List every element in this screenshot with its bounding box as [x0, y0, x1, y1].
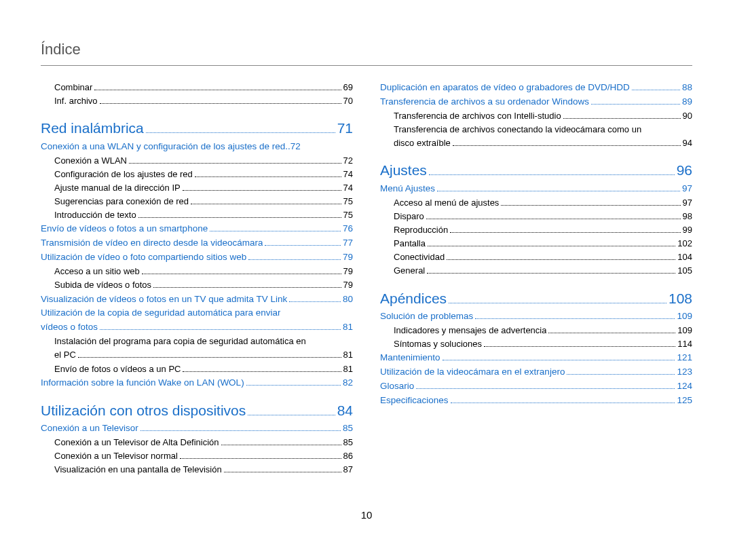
- toc-page: 82: [343, 376, 353, 390]
- toc-label: Solución de problemas: [380, 310, 473, 324]
- toc-label: Utilización de vídeo o foto compartiendo…: [41, 250, 246, 265]
- toc-page: 96: [677, 160, 692, 182]
- toc-page: 108: [669, 288, 692, 310]
- toc-entry[interactable]: Glosario124: [380, 379, 692, 394]
- toc-leader-dots: [142, 267, 341, 275]
- toc-page: 79: [343, 278, 353, 292]
- toc-leader-dots: [210, 223, 341, 231]
- toc-entry[interactable]: Ajustes96: [380, 160, 692, 182]
- toc-page: 85: [343, 422, 353, 436]
- toc-entry[interactable]: Apéndices108: [380, 288, 692, 310]
- toc-label: Inf. archivo: [54, 94, 98, 108]
- toc-entry[interactable]: Conexión a un Televisor85: [41, 422, 353, 436]
- toc-leader-dots: [632, 82, 680, 90]
- toc-entry[interactable]: Utilización de la copia de seguridad aut…: [41, 306, 353, 320]
- toc-entry[interactable]: Utilización con otros dispositivos84: [41, 400, 353, 422]
- page-number: 10: [41, 509, 692, 521]
- toc-label: Conexión a WLAN: [54, 154, 127, 168]
- toc-page: 98: [683, 210, 692, 223]
- toc-page: 109: [677, 310, 692, 324]
- toc-entry[interactable]: Mantenimiento121: [380, 351, 692, 365]
- toc-leader-dots: [427, 266, 675, 274]
- toc-label: Información sobre la función Wake on LAN…: [41, 376, 244, 390]
- toc-leader-dots: [416, 381, 675, 389]
- toc-entry[interactable]: Transmisión de vídeo en directo desde la…: [41, 236, 353, 250]
- toc-label: Especificaciones: [380, 394, 449, 408]
- toc-leader-dots: [146, 120, 335, 133]
- toc-column-right: Duplicación en aparatos de vídeo o graba…: [380, 81, 692, 477]
- toc-entry: disco extraíble94: [380, 136, 692, 150]
- toc-entry[interactable]: Conexión a una WLAN y configuración de l…: [41, 140, 353, 154]
- toc-label: Conexión a un Televisor de Alta Definici…: [54, 436, 219, 449]
- toc-page: 89: [682, 95, 692, 109]
- toc-leader-dots: [195, 169, 341, 177]
- toc-page: 94: [683, 136, 692, 150]
- toc-entry[interactable]: Red inalámbrica71: [41, 117, 353, 140]
- toc-entry[interactable]: Duplicación en aparatos de vídeo o graba…: [380, 81, 692, 95]
- toc-entry: Conectividad104: [380, 250, 692, 264]
- toc-entry: Síntomas y soluciones114: [380, 337, 692, 351]
- toc-label: Utilización de la copia de seguridad aut…: [41, 306, 280, 320]
- toc-label: disco extraíble: [394, 136, 451, 150]
- toc-entry: Instalación del programa para copia de s…: [41, 335, 353, 348]
- toc-entry[interactable]: Menú Ajustes97: [380, 182, 692, 196]
- toc-entry: Configuración de los ajustes de red74: [41, 168, 353, 181]
- toc-label: Disparo: [394, 210, 424, 223]
- toc-label: Envío de vídeos o fotos a un smartphone: [41, 222, 208, 236]
- toc-page: 72: [343, 154, 353, 168]
- toc-page: 74: [343, 181, 353, 195]
- toc-leader-dots: [129, 155, 341, 164]
- toc-entry[interactable]: Visualización de vídeos o fotos en un TV…: [41, 293, 353, 307]
- toc-page: 109: [677, 324, 692, 337]
- toc-leader-dots: [180, 451, 341, 460]
- toc-page: 69: [343, 81, 353, 94]
- toc-label: Transmisión de vídeo en directo desde la…: [41, 236, 263, 250]
- toc-page: 124: [677, 379, 692, 394]
- toc-column-left: Combinar69Inf. archivo70Red inalámbrica7…: [41, 81, 353, 477]
- toc-entry: Conexión a un Televisor normal86: [41, 449, 353, 463]
- toc-page: 88: [682, 81, 692, 95]
- toc-entry[interactable]: vídeos o fotos81: [41, 320, 353, 335]
- toc-label: Conectividad: [394, 250, 445, 264]
- toc-entry[interactable]: Transferencia de archivos a su ordenador…: [380, 95, 692, 109]
- toc-page: 87: [343, 463, 353, 477]
- toc-page: 81: [343, 320, 353, 335]
- toc-entry[interactable]: Utilización de la videocámara en el extr…: [380, 365, 692, 379]
- toc-leader-dots: [183, 364, 341, 372]
- toc-leader-dots: [140, 423, 341, 431]
- toc-entry[interactable]: Información sobre la función Wake on LAN…: [41, 376, 353, 390]
- toc-page: 75: [343, 195, 353, 208]
- toc-label: Utilización con otros dispositivos: [41, 400, 246, 422]
- toc-entry[interactable]: Envío de vídeos o fotos a un smartphone7…: [41, 222, 353, 236]
- toc-leader-dots: [248, 252, 341, 260]
- toc-label: Conexión a un Televisor normal: [54, 449, 178, 463]
- toc-columns: Combinar69Inf. archivo70Red inalámbrica7…: [41, 81, 692, 477]
- toc-page: 81: [343, 362, 353, 376]
- toc-page: 114: [677, 337, 692, 351]
- toc-label: Subida de vídeos o fotos: [54, 278, 151, 292]
- toc-page: 79: [343, 265, 353, 278]
- toc-leader-dots: [191, 196, 341, 204]
- toc-entry: Inf. archivo70: [41, 94, 353, 108]
- toc-entry[interactable]: Especificaciones125: [380, 394, 692, 408]
- toc-page: 84: [337, 400, 353, 422]
- toc-entry[interactable]: Utilización de vídeo o foto compartiendo…: [41, 250, 353, 265]
- toc-entry: Introducción de texto75: [41, 208, 353, 222]
- toc-entry: Envío de fotos o vídeos a un PC81: [41, 362, 353, 376]
- toc-label: Instalación del programa para copia de s…: [54, 335, 306, 348]
- toc-label: Acceso a un sitio web: [54, 265, 140, 278]
- toc-leader-dots: [426, 211, 681, 219]
- toc-leader-dots: [100, 96, 341, 104]
- toc-entry[interactable]: Solución de problemas109: [380, 310, 692, 324]
- toc-label: Visualización de vídeos o fotos en un TV…: [41, 293, 287, 307]
- toc-leader-dots: [153, 280, 341, 288]
- toc-page: 97: [682, 182, 692, 196]
- toc-leader-dots: [428, 238, 675, 246]
- toc-label: Apéndices: [380, 288, 447, 310]
- page-title: Índice: [41, 41, 692, 66]
- toc-leader-dots: [451, 395, 675, 403]
- toc-entry: Subida de vídeos o fotos79: [41, 278, 353, 292]
- toc-leader-dots: [183, 183, 341, 191]
- toc-leader-dots: [548, 325, 675, 333]
- toc-page: 70: [343, 94, 353, 108]
